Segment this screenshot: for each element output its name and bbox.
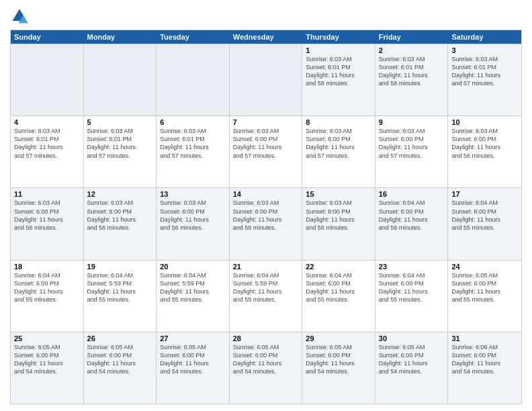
calendar-cell-r3c0: 18Sunrise: 6:04 AM Sunset: 6:00 PM Dayli…: [11, 261, 84, 332]
day-number: 19: [87, 263, 153, 271]
day-number: 23: [379, 263, 445, 271]
calendar-cell-r3c2: 20Sunrise: 6:04 AM Sunset: 5:59 PM Dayli…: [157, 261, 230, 332]
calendar: SundayMondayTuesdayWednesdayThursdayFrid…: [10, 30, 522, 404]
day-number: 26: [87, 334, 153, 342]
calendar-body: 1Sunrise: 6:03 AM Sunset: 6:01 PM Daylig…: [11, 44, 521, 404]
calendar-cell-r2c4: 15Sunrise: 6:03 AM Sunset: 6:00 PM Dayli…: [302, 188, 375, 259]
day-number: 21: [233, 263, 299, 271]
day-number: 27: [160, 334, 226, 342]
day-info: Sunrise: 6:04 AM Sunset: 6:00 PM Dayligh…: [379, 271, 445, 304]
day-number: 10: [451, 118, 518, 126]
day-number: 30: [379, 334, 445, 342]
calendar-cell-r3c4: 22Sunrise: 6:04 AM Sunset: 6:00 PM Dayli…: [302, 261, 375, 332]
day-info: Sunrise: 6:03 AM Sunset: 6:00 PM Dayligh…: [14, 199, 80, 232]
day-info: Sunrise: 6:03 AM Sunset: 6:00 PM Dayligh…: [306, 199, 371, 232]
calendar-cell-r1c4: 8Sunrise: 6:03 AM Sunset: 6:00 PM Daylig…: [302, 116, 375, 187]
day-info: Sunrise: 6:03 AM Sunset: 6:00 PM Dayligh…: [87, 199, 153, 232]
calendar-cell-r4c4: 29Sunrise: 6:05 AM Sunset: 6:00 PM Dayli…: [302, 332, 375, 404]
calendar-cell-r0c6: 3Sunrise: 6:03 AM Sunset: 6:01 PM Daylig…: [448, 44, 521, 116]
day-info: Sunrise: 6:03 AM Sunset: 6:00 PM Dayligh…: [233, 199, 299, 232]
calendar-cell-r4c2: 27Sunrise: 6:05 AM Sunset: 6:00 PM Dayli…: [157, 332, 230, 404]
day-number: 11: [14, 190, 80, 198]
calendar-cell-r4c5: 30Sunrise: 6:05 AM Sunset: 6:00 PM Dayli…: [375, 332, 449, 404]
weekday-header-friday: Friday: [375, 30, 449, 44]
calendar-cell-r1c3: 7Sunrise: 6:03 AM Sunset: 6:00 PM Daylig…: [230, 116, 303, 187]
day-number: 16: [379, 190, 445, 198]
day-info: Sunrise: 6:03 AM Sunset: 6:01 PM Dayligh…: [306, 55, 371, 88]
calendar-cell-r4c1: 26Sunrise: 6:05 AM Sunset: 6:00 PM Dayli…: [84, 332, 157, 404]
day-info: Sunrise: 6:04 AM Sunset: 5:59 PM Dayligh…: [233, 271, 299, 304]
day-info: Sunrise: 6:05 AM Sunset: 6:00 PM Dayligh…: [14, 343, 80, 376]
day-info: Sunrise: 6:04 AM Sunset: 6:00 PM Dayligh…: [14, 271, 80, 304]
weekday-header-monday: Monday: [84, 30, 157, 44]
calendar-cell-r0c0: [11, 44, 84, 116]
day-number: 12: [87, 190, 153, 198]
day-number: 4: [14, 118, 80, 126]
calendar-row-2: 11Sunrise: 6:03 AM Sunset: 6:00 PM Dayli…: [11, 187, 521, 259]
calendar-row-0: 1Sunrise: 6:03 AM Sunset: 6:01 PM Daylig…: [11, 44, 521, 116]
day-info: Sunrise: 6:05 AM Sunset: 6:00 PM Dayligh…: [160, 343, 226, 376]
day-number: 28: [233, 334, 299, 342]
calendar-cell-r3c1: 19Sunrise: 6:04 AM Sunset: 5:59 PM Dayli…: [84, 261, 157, 332]
day-info: Sunrise: 6:05 AM Sunset: 6:00 PM Dayligh…: [233, 343, 299, 376]
logo: [10, 7, 32, 26]
day-number: 8: [306, 118, 371, 126]
day-number: 17: [451, 190, 518, 198]
weekday-header-wednesday: Wednesday: [230, 30, 303, 44]
calendar-cell-r2c5: 16Sunrise: 6:04 AM Sunset: 6:00 PM Dayli…: [375, 188, 449, 259]
day-info: Sunrise: 6:03 AM Sunset: 6:00 PM Dayligh…: [233, 127, 299, 160]
calendar-cell-r0c2: [157, 44, 230, 116]
calendar-cell-r3c6: 24Sunrise: 6:05 AM Sunset: 6:00 PM Dayli…: [448, 261, 521, 332]
calendar-header: SundayMondayTuesdayWednesdayThursdayFrid…: [11, 30, 521, 44]
day-number: 15: [306, 190, 371, 198]
weekday-header-sunday: Sunday: [11, 30, 84, 44]
header: [10, 7, 522, 26]
day-number: 2: [379, 46, 445, 54]
day-info: Sunrise: 6:03 AM Sunset: 6:01 PM Dayligh…: [87, 127, 153, 160]
calendar-cell-r1c1: 5Sunrise: 6:03 AM Sunset: 6:01 PM Daylig…: [84, 116, 157, 187]
logo-icon: [10, 7, 29, 26]
day-number: 3: [451, 46, 518, 54]
page: SundayMondayTuesdayWednesdayThursdayFrid…: [0, 0, 532, 411]
day-number: 1: [306, 46, 371, 54]
day-number: 22: [306, 263, 371, 271]
day-number: 6: [160, 118, 226, 126]
day-info: Sunrise: 6:03 AM Sunset: 6:00 PM Dayligh…: [306, 127, 371, 160]
calendar-row-4: 25Sunrise: 6:05 AM Sunset: 6:00 PM Dayli…: [11, 332, 521, 404]
day-number: 24: [451, 263, 518, 271]
calendar-cell-r0c3: [230, 44, 303, 116]
day-number: 9: [379, 118, 445, 126]
day-info: Sunrise: 6:03 AM Sunset: 6:01 PM Dayligh…: [451, 55, 518, 88]
day-info: Sunrise: 6:05 AM Sunset: 6:00 PM Dayligh…: [379, 343, 445, 376]
day-info: Sunrise: 6:04 AM Sunset: 6:00 PM Dayligh…: [379, 199, 445, 232]
calendar-cell-r1c6: 10Sunrise: 6:03 AM Sunset: 6:00 PM Dayli…: [448, 116, 521, 187]
day-info: Sunrise: 6:03 AM Sunset: 6:00 PM Dayligh…: [379, 127, 445, 160]
calendar-cell-r0c5: 2Sunrise: 6:03 AM Sunset: 6:01 PM Daylig…: [375, 44, 449, 116]
day-info: Sunrise: 6:05 AM Sunset: 6:00 PM Dayligh…: [87, 343, 153, 376]
day-number: 7: [233, 118, 299, 126]
day-number: 29: [306, 334, 371, 342]
day-number: 13: [160, 190, 226, 198]
calendar-cell-r2c6: 17Sunrise: 6:04 AM Sunset: 6:00 PM Dayli…: [448, 188, 521, 259]
weekday-header-saturday: Saturday: [448, 30, 521, 44]
calendar-cell-r0c4: 1Sunrise: 6:03 AM Sunset: 6:01 PM Daylig…: [302, 44, 375, 116]
day-number: 25: [14, 334, 80, 342]
day-number: 14: [233, 190, 299, 198]
calendar-cell-r1c2: 6Sunrise: 6:03 AM Sunset: 6:01 PM Daylig…: [157, 116, 230, 187]
day-info: Sunrise: 6:04 AM Sunset: 6:00 PM Dayligh…: [451, 199, 518, 232]
calendar-cell-r2c0: 11Sunrise: 6:03 AM Sunset: 6:00 PM Dayli…: [11, 188, 84, 259]
day-info: Sunrise: 6:04 AM Sunset: 5:59 PM Dayligh…: [87, 271, 153, 304]
calendar-cell-r4c6: 31Sunrise: 6:06 AM Sunset: 6:00 PM Dayli…: [448, 332, 521, 404]
calendar-cell-r3c3: 21Sunrise: 6:04 AM Sunset: 5:59 PM Dayli…: [230, 261, 303, 332]
weekday-header-thursday: Thursday: [302, 30, 375, 44]
day-info: Sunrise: 6:04 AM Sunset: 6:00 PM Dayligh…: [306, 271, 371, 304]
day-info: Sunrise: 6:05 AM Sunset: 6:00 PM Dayligh…: [306, 343, 371, 376]
calendar-cell-r2c1: 12Sunrise: 6:03 AM Sunset: 6:00 PM Dayli…: [84, 188, 157, 259]
day-info: Sunrise: 6:03 AM Sunset: 6:01 PM Dayligh…: [379, 55, 445, 88]
weekday-header-tuesday: Tuesday: [157, 30, 230, 44]
day-info: Sunrise: 6:03 AM Sunset: 6:00 PM Dayligh…: [451, 127, 518, 160]
day-info: Sunrise: 6:03 AM Sunset: 6:01 PM Dayligh…: [160, 127, 226, 160]
calendar-cell-r2c3: 14Sunrise: 6:03 AM Sunset: 6:00 PM Dayli…: [230, 188, 303, 259]
day-info: Sunrise: 6:03 AM Sunset: 6:00 PM Dayligh…: [160, 199, 226, 232]
calendar-cell-r4c3: 28Sunrise: 6:05 AM Sunset: 6:00 PM Dayli…: [230, 332, 303, 404]
